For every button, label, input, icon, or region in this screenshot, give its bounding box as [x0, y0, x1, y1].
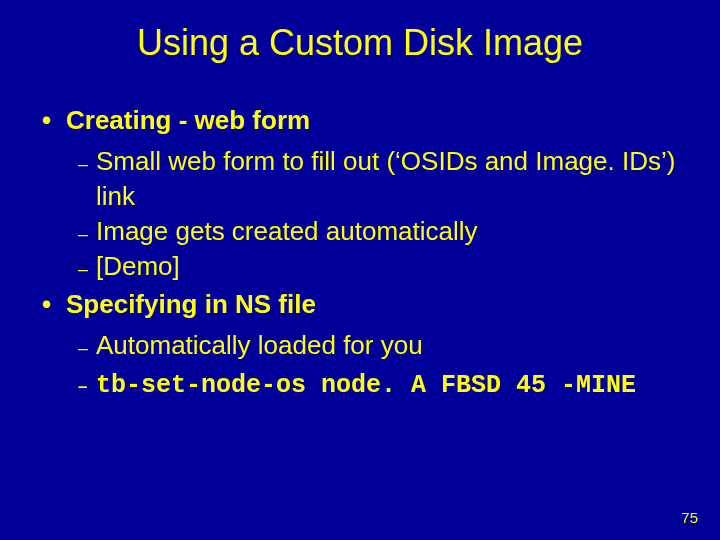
bullet-specifying: •Specifying in NS file	[42, 288, 690, 322]
sub-bullet-form-text: Small web form to fill out (‘OSIDs and I…	[96, 146, 675, 211]
code-text: tb-set-node-os node. A FBSD 45 -MINE	[96, 371, 636, 400]
sub-bullet-demo-text: [Demo]	[96, 251, 180, 281]
slide-content: •Creating - web form –Small web form to …	[0, 76, 720, 400]
sub-bullet-code: –tb-set-node-os node. A FBSD 45 -MINE	[42, 371, 690, 400]
slide-title: Using a Custom Disk Image	[0, 0, 720, 76]
bullet-creating-text: Creating - web form	[66, 105, 310, 135]
sub-bullet-form: –Small web form to fill out (‘OSIDs and …	[42, 144, 690, 214]
sub-bullet-auto: –Image gets created automatically	[42, 214, 690, 249]
dash-icon: –	[78, 152, 96, 176]
dash-icon: –	[78, 336, 96, 360]
bullet-dot-icon: •	[42, 288, 66, 322]
sub-bullet-autoload: –Automatically loaded for you	[42, 328, 690, 363]
bullet-dot-icon: •	[42, 104, 66, 138]
page-number: 75	[681, 509, 698, 526]
dash-icon: –	[78, 257, 96, 281]
bullet-creating: •Creating - web form	[42, 104, 690, 138]
sub-bullet-auto-text: Image gets created automatically	[96, 216, 478, 246]
dash-icon: –	[78, 377, 96, 397]
sub-bullet-demo: –[Demo]	[42, 249, 690, 284]
dash-icon: –	[78, 222, 96, 246]
bullet-specifying-text: Specifying in NS file	[66, 289, 316, 319]
sub-bullet-autoload-text: Automatically loaded for you	[96, 330, 423, 360]
